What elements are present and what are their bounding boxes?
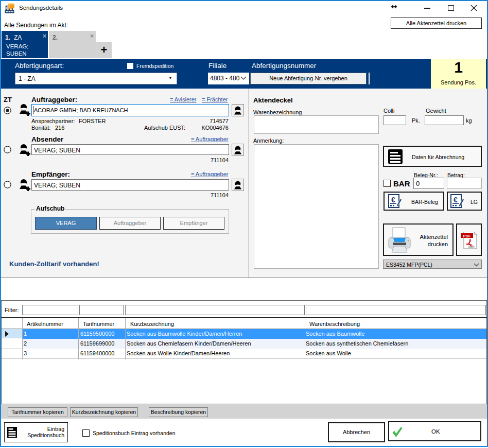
svg-text:€: € (454, 196, 458, 204)
svg-text:Adobe: Adobe (467, 246, 475, 248)
svg-text:€: € (391, 196, 395, 204)
svg-text:PDF: PDF (463, 234, 471, 238)
